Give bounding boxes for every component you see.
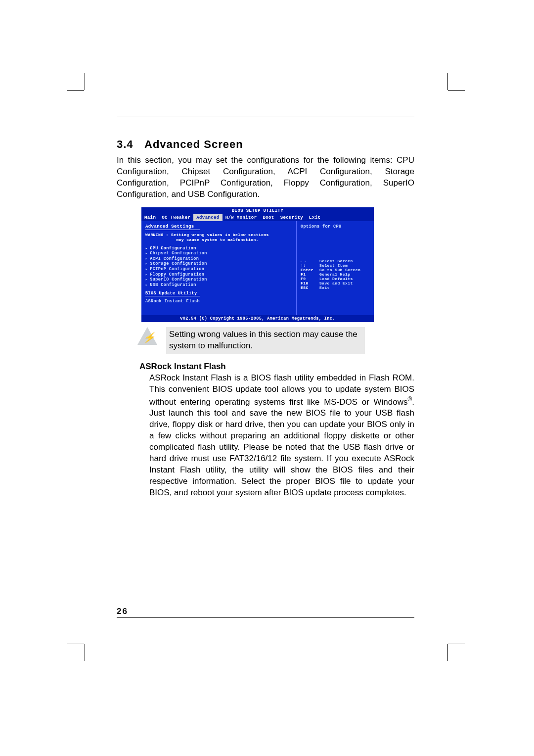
bios-warning-line1: WARNING : Setting wrong values in below … bbox=[145, 233, 269, 237]
tab-advanced[interactable]: Advanced bbox=[193, 214, 222, 221]
tab-boot[interactable]: Boot bbox=[260, 214, 277, 221]
crop-mark bbox=[85, 73, 85, 90]
bios-tabs: Main OC Tweaker Advanced H/W Monitor Boo… bbox=[141, 214, 374, 221]
bios-warning: WARNING : Setting wrong values in below … bbox=[145, 233, 292, 243]
key-f9: F9 bbox=[301, 277, 319, 281]
section-intro: In this section, you may set the configu… bbox=[117, 155, 414, 200]
bios-right-pane: Options for CPU ←→Select Screen ↑↓Select… bbox=[297, 221, 374, 315]
bios-title: BIOS SETUP UTILITY bbox=[141, 207, 374, 214]
menu-cpu-configuration[interactable]: CPU Configuration bbox=[145, 246, 292, 251]
warning-callout-text: Setting wrong values in this section may… bbox=[166, 327, 365, 354]
page-body: 3.4Advanced Screen In this section, you … bbox=[117, 116, 414, 499]
registered-symbol: ® bbox=[408, 396, 412, 403]
asrock-heading: ASRock Instant Flash bbox=[139, 362, 414, 372]
bios-update-utility-header: BIOS Update Utility bbox=[145, 291, 292, 296]
asrock-body: ASRock Instant Flash is a BIOS flash uti… bbox=[149, 373, 414, 499]
key-f1: F1 bbox=[301, 272, 319, 277]
key-ud-desc: Select Item bbox=[319, 263, 362, 268]
bios-screenshot: BIOS SETUP UTILITY Main OC Tweaker Advan… bbox=[141, 207, 374, 322]
crop-mark bbox=[67, 90, 84, 91]
header-underline bbox=[145, 230, 200, 230]
asrock-body-a: ASRock Instant Flash is a BIOS flash uti… bbox=[149, 373, 414, 407]
crop-mark bbox=[447, 73, 448, 90]
crop-mark bbox=[67, 644, 84, 644]
advanced-settings-header: Advanced Settings bbox=[145, 224, 292, 229]
bios-warning-line2: may cause system to malfunction. bbox=[176, 237, 258, 242]
key-esc-desc: Exit bbox=[319, 285, 362, 290]
crop-mark bbox=[448, 644, 465, 644]
key-legend: ←→Select Screen ↑↓Select Item EnterGo to… bbox=[301, 259, 362, 290]
bios-update-underline bbox=[145, 296, 200, 296]
key-esc: ESC bbox=[301, 285, 319, 290]
page-number: 26 bbox=[117, 607, 128, 616]
options-for-cpu: Options for CPU bbox=[301, 224, 370, 229]
menu-usb-configuration[interactable]: USB Configuration bbox=[145, 283, 292, 288]
menu-storage-configuration[interactable]: Storage Configuration bbox=[145, 261, 292, 267]
menu-superio-configuration[interactable]: SuperIO Configuration bbox=[145, 277, 292, 283]
menu-asrock-instant-flash[interactable]: ASRock Instant Flash bbox=[145, 299, 292, 304]
key-enter-desc: Go to Sub Screen bbox=[319, 268, 362, 272]
crop-mark bbox=[447, 644, 448, 661]
warning-callout: ⚡ Setting wrong values in this section m… bbox=[137, 327, 414, 354]
warning-icon: ⚡ bbox=[137, 327, 157, 347]
menu-floppy-configuration[interactable]: Floppy Configuration bbox=[145, 272, 292, 278]
key-f9-desc: Load Defaults bbox=[319, 277, 362, 281]
key-ud: ↑↓ bbox=[301, 263, 319, 268]
key-f10: F10 bbox=[301, 281, 319, 285]
key-lr: ←→ bbox=[301, 259, 319, 263]
section-title: Advanced Screen bbox=[144, 138, 243, 150]
tab-main[interactable]: Main bbox=[141, 214, 159, 221]
crop-mark bbox=[448, 90, 465, 91]
key-f10-desc: Save and Exit bbox=[319, 281, 362, 285]
key-f1-desc: General Help bbox=[319, 272, 362, 277]
section-number: 3.4 bbox=[117, 138, 144, 151]
menu-acpi-configuration[interactable]: ACPI Configuration bbox=[145, 256, 292, 262]
crop-mark bbox=[85, 644, 85, 661]
tab-oc-tweaker[interactable]: OC Tweaker bbox=[159, 214, 193, 221]
bios-footer: v02.54 (C) Copyright 1985-2005, American… bbox=[141, 315, 374, 322]
tab-hw-monitor[interactable]: H/W Monitor bbox=[222, 214, 260, 221]
bottom-rule bbox=[117, 617, 414, 618]
asrock-body-b: . Just launch this tool and save the new… bbox=[149, 397, 414, 497]
key-enter: Enter bbox=[301, 268, 319, 272]
tab-exit[interactable]: Exit bbox=[306, 214, 323, 221]
menu-chipset-configuration[interactable]: Chipset Configuration bbox=[145, 251, 292, 256]
section-heading: 3.4Advanced Screen bbox=[117, 138, 414, 151]
tab-security[interactable]: Security bbox=[277, 214, 306, 221]
bios-left-pane: Advanced Settings WARNING : Setting wron… bbox=[141, 221, 297, 315]
menu-pcipnp-configuration[interactable]: PCIPnP Configuration bbox=[145, 267, 292, 272]
top-rule bbox=[117, 116, 414, 116]
key-lr-desc: Select Screen bbox=[319, 259, 362, 263]
